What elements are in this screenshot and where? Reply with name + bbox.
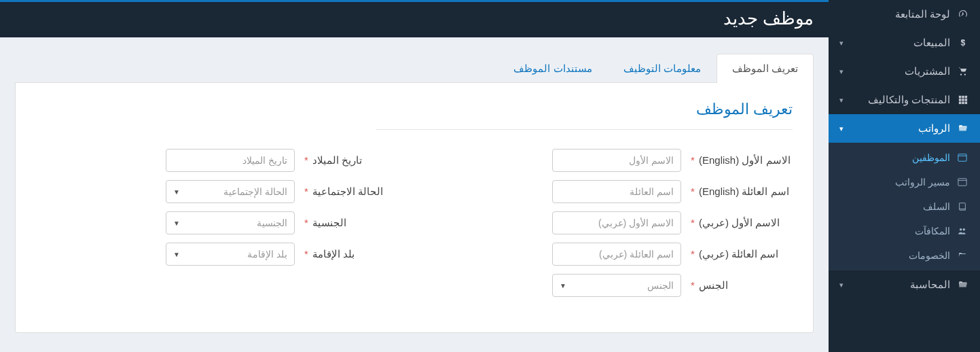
marital-select[interactable]: الحالة الإجتماعية ▼ (166, 180, 295, 203)
divider (376, 129, 793, 130)
tab-employment-info[interactable]: معلومات التوظيف (608, 54, 716, 83)
svg-point-14 (960, 228, 962, 231)
sidebar-subitem-bonuses[interactable]: المكافآت (829, 219, 980, 243)
calendar-icon (957, 153, 968, 162)
sidebar-label: المنتجات والتكاليف (868, 94, 950, 106)
label-residence: بلد الإقامة * (295, 248, 406, 260)
tabs: تعريف الموظف معلومات التوظيف مستندات الم… (15, 54, 814, 83)
sidebar-label: المحاسبة (910, 279, 950, 291)
sidebar-sub-label: الخصومات (909, 250, 950, 261)
svg-text:$: $ (961, 38, 966, 48)
caret-down-icon: ▼ (560, 282, 566, 289)
caret-down-icon: ▼ (173, 251, 180, 258)
svg-rect-8 (962, 102, 964, 105)
sidebar-item-purchases[interactable]: المشتريات ▾ (829, 57, 980, 86)
sidebar-sub-label: المكافآت (915, 226, 950, 236)
residence-select[interactable]: بلد الإقامة ▼ (166, 243, 295, 266)
tab-employee-definition[interactable]: تعريف الموظف (716, 54, 814, 83)
folder-open-icon (957, 251, 968, 260)
gauge-icon (957, 9, 969, 20)
last-name-en-input[interactable] (552, 180, 681, 203)
svg-rect-1 (959, 96, 962, 99)
svg-rect-2 (962, 96, 964, 99)
svg-rect-12 (958, 179, 966, 186)
folder-open-icon (957, 124, 969, 133)
caret-down-icon: ▼ (173, 219, 180, 227)
sidebar-item-dashboard[interactable]: لوحة المتابعة (829, 0, 980, 29)
chevron-down-icon: ▾ (839, 96, 843, 105)
sidebar-sub-label: السلف (923, 201, 950, 212)
label-marital: الحالة الاجتماعية * (295, 186, 406, 198)
sidebar-subitem-advances[interactable]: السلف (829, 194, 980, 219)
sidebar-item-payroll[interactable]: الرواتب ▾ (829, 114, 980, 143)
sidebar-label: لوحة المتابعة (895, 8, 950, 20)
grid-icon (957, 95, 969, 105)
label-last-name-en: اسم العائلة (English) * (681, 186, 793, 198)
calendar-icon (957, 177, 968, 187)
sidebar-item-sales[interactable]: $ المبيعات ▾ (829, 29, 980, 57)
sidebar-sub-label: الموظفين (912, 152, 950, 163)
first-name-ar-input[interactable] (552, 211, 681, 234)
content: موظف جديد تعريف الموظف معلومات التوظيف م… (0, 0, 829, 352)
svg-rect-4 (959, 99, 962, 101)
svg-rect-9 (965, 102, 968, 105)
label-first-name-en: الاسم الأول (English) * (681, 154, 793, 166)
tab-panel: تعريف الموظف الاسم الأول (English) * تار… (15, 83, 814, 333)
users-icon (957, 226, 968, 236)
book-icon (957, 202, 968, 211)
sidebar-subitem-employees[interactable]: الموظفين (829, 145, 980, 170)
chevron-down-icon: ▾ (839, 281, 843, 289)
label-last-name-ar: اسم العائلة (عربي) * (681, 248, 793, 260)
label-gender: الجنس * (681, 279, 793, 292)
sidebar-label: الرواتب (918, 122, 950, 135)
chevron-down-icon: ▾ (839, 67, 843, 76)
label-first-name-ar: الاسم الأول (عربي) * (681, 217, 793, 229)
tab-employee-docs[interactable]: مستندات الموظف (498, 54, 607, 83)
sidebar-label: المشتريات (905, 65, 950, 77)
svg-rect-6 (965, 99, 968, 101)
folder-open-icon (957, 280, 969, 289)
sidebar-item-accounting[interactable]: المحاسبة ▾ (829, 270, 980, 299)
chevron-down-icon: ▾ (839, 39, 843, 48)
svg-rect-3 (965, 96, 968, 99)
sidebar-subitem-deductions[interactable]: الخصومات (829, 243, 980, 268)
dob-input[interactable] (166, 149, 295, 172)
nationality-select[interactable]: الجنسية ▼ (166, 211, 295, 234)
sidebar-sub-label: مسير الرواتب (895, 177, 950, 188)
svg-rect-7 (959, 102, 962, 105)
sidebar-subitem-payrun[interactable]: مسير الرواتب (829, 170, 980, 194)
sidebar-label: المبيعات (913, 37, 950, 49)
svg-rect-5 (962, 99, 964, 101)
label-nationality: الجنسية * (295, 217, 406, 229)
last-name-ar-input[interactable] (552, 243, 681, 266)
svg-rect-10 (958, 154, 966, 162)
sidebar-submenu-payroll: الموظفين مسير الرواتب السلف المكافآت (829, 143, 980, 270)
sidebar-item-products[interactable]: المنتجات والتكاليف ▾ (829, 86, 980, 114)
chevron-down-icon: ▾ (839, 124, 843, 133)
gender-select[interactable]: الجنس ▼ (552, 274, 681, 297)
sidebar: لوحة المتابعة $ المبيعات ▾ المشتريات ▾ (829, 0, 980, 352)
content-body: تعريف الموظف معلومات التوظيف مستندات الم… (0, 37, 829, 352)
page-title: موظف جديد (0, 3, 829, 37)
caret-down-icon: ▼ (173, 188, 180, 196)
cart-icon (957, 67, 969, 76)
svg-point-15 (963, 228, 966, 231)
label-dob: تاريخ الميلاد * (295, 154, 406, 166)
section-title: تعريف الموظف (36, 101, 793, 118)
dollar-icon: $ (957, 38, 969, 48)
first-name-en-input[interactable] (552, 149, 681, 172)
